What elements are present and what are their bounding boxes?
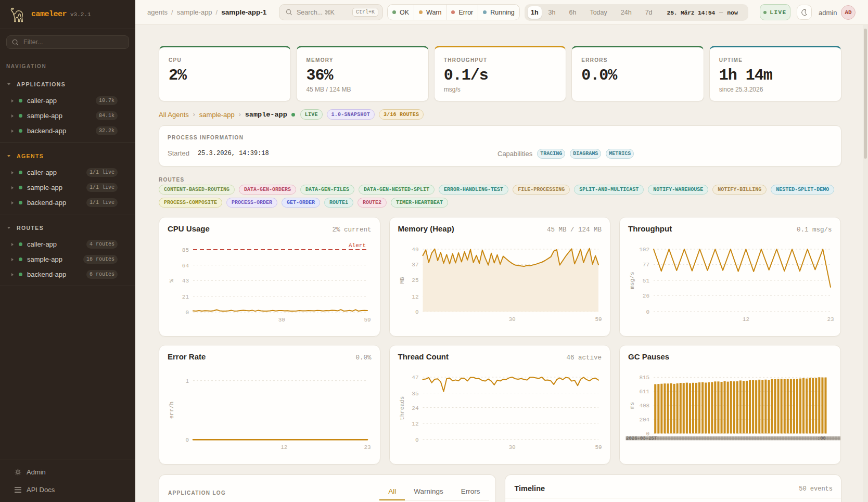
svg-text:0: 0	[185, 310, 189, 316]
svg-text:51: 51	[643, 278, 650, 284]
svg-text:0: 0	[415, 309, 418, 315]
svg-text:err/h: err/h	[169, 402, 175, 419]
svg-text:47: 47	[412, 375, 418, 381]
svg-text:408: 408	[639, 403, 649, 409]
svg-text:%: %	[169, 279, 175, 282]
svg-text:43: 43	[182, 278, 189, 284]
svg-text:0: 0	[415, 437, 418, 443]
svg-text:37: 37	[412, 262, 418, 268]
svg-text:0: 0	[646, 309, 649, 315]
svg-text:77: 77	[643, 262, 649, 268]
svg-text:30: 30	[508, 444, 515, 450]
svg-text:30: 30	[508, 316, 515, 323]
svg-text:204: 204	[639, 417, 649, 423]
svg-text:1: 1	[185, 378, 189, 384]
svg-text:59: 59	[364, 317, 371, 323]
svg-text:59: 59	[595, 316, 602, 323]
svg-text:12: 12	[412, 294, 418, 300]
svg-text:85: 85	[182, 247, 189, 253]
svg-text:611: 611	[639, 389, 649, 395]
svg-text:12: 12	[412, 421, 418, 427]
svg-text:815: 815	[639, 375, 649, 381]
svg-text:59: 59	[595, 444, 602, 450]
svg-text:26: 26	[643, 293, 649, 299]
svg-text:2026-03-25T: 2026-03-25T	[626, 436, 657, 441]
svg-text:msg/s: msg/s	[629, 272, 635, 289]
svg-text:threads: threads	[399, 396, 405, 420]
svg-text:MB: MB	[399, 277, 405, 284]
svg-text:35: 35	[412, 391, 418, 397]
svg-text:25: 25	[412, 277, 418, 284]
svg-text:30: 30	[278, 317, 285, 323]
svg-text:24: 24	[412, 405, 419, 411]
svg-text:21: 21	[182, 294, 189, 300]
svg-text:23: 23	[364, 444, 371, 450]
svg-text:0: 0	[185, 437, 189, 443]
svg-text:12: 12	[280, 444, 287, 450]
svg-text:102: 102	[639, 247, 649, 253]
svg-text:ms: ms	[629, 402, 635, 409]
svg-text:Alert: Alert	[349, 242, 366, 249]
svg-text:64: 64	[182, 263, 189, 269]
svg-text::00: :00	[818, 436, 826, 441]
svg-text:49: 49	[412, 247, 418, 253]
svg-text:23: 23	[827, 316, 834, 323]
svg-text:12: 12	[743, 316, 749, 323]
